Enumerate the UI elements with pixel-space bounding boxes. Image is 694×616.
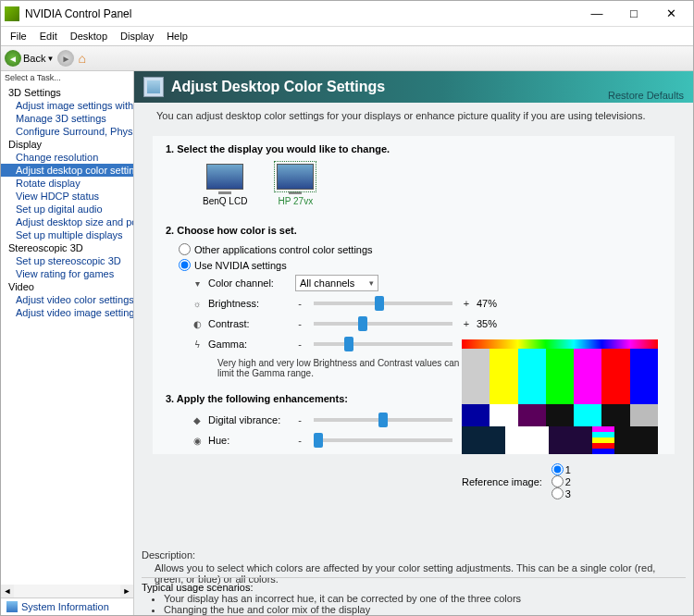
display-option[interactable]: HP 27vx: [277, 164, 314, 206]
step1-heading: 1. Select the display you would like to …: [166, 143, 662, 154]
scenarios-heading: Typical usage scenarios:: [142, 582, 686, 593]
color-slider-0[interactable]: [314, 302, 452, 305]
color-slider-2[interactable]: [314, 342, 452, 346]
nav-item[interactable]: View rating for games: [1, 267, 133, 280]
color-icon: ◐: [192, 319, 203, 329]
enh-slider-1[interactable]: [314, 438, 452, 442]
window-title: NVIDIA Control Panel: [25, 7, 578, 20]
ref-image-radio-3[interactable]: [551, 487, 564, 499]
chevron-down-icon: ▾: [369, 278, 374, 288]
color-slider-1[interactable]: [314, 322, 452, 326]
menu-edit[interactable]: Edit: [34, 29, 63, 43]
nav-item[interactable]: Change resolution: [1, 151, 133, 164]
gamma-note: Very high and very low Brightness and Co…: [192, 354, 469, 382]
scroll-right-button[interactable]: ►: [120, 585, 133, 598]
minimize-button[interactable]: —: [578, 3, 615, 25]
ref-image-radio-1[interactable]: [551, 463, 564, 475]
scroll-left-button[interactable]: ◄: [1, 585, 14, 598]
nav-item[interactable]: Adjust video color settings: [1, 293, 133, 306]
category-video[interactable]: Video: [1, 280, 133, 293]
intro-text: You can adjust desktop color settings fo…: [134, 103, 693, 129]
nav-item[interactable]: Set up stereoscopic 3D: [1, 254, 133, 267]
nav-item[interactable]: Adjust video image settings: [1, 306, 133, 319]
monitor-icon: [277, 164, 314, 190]
back-arrow-icon: ◄: [5, 50, 21, 67]
restore-defaults-link[interactable]: Restore Defaults: [608, 90, 684, 101]
radio-other-apps[interactable]: [179, 243, 191, 255]
enh-slider-0[interactable]: [314, 418, 452, 422]
step2-heading: 2. Choose how color is set.: [166, 225, 662, 236]
nav-item[interactable]: Set up digital audio: [1, 203, 133, 216]
radio-nvidia[interactable]: [179, 259, 191, 271]
nav-item[interactable]: Adjust desktop size and position: [1, 216, 133, 228]
color-channel-dropdown[interactable]: All channels ▾: [295, 275, 378, 291]
home-button[interactable]: ⌂: [78, 51, 85, 66]
nav-item[interactable]: Manage 3D settings: [1, 112, 133, 125]
sysinfo-icon: [6, 601, 18, 612]
page-title: Adjust Desktop Color Settings: [171, 79, 385, 95]
nav-item[interactable]: Rotate display: [1, 177, 133, 190]
enh-icon: ◉: [192, 436, 203, 446]
app-icon: [5, 6, 19, 21]
nav-item[interactable]: Configure Surround, PhysX: [1, 125, 133, 138]
enh-icon: ◆: [192, 415, 203, 425]
scroll-track[interactable]: [14, 585, 120, 598]
color-icon: ☼: [192, 299, 203, 309]
menu-file[interactable]: File: [5, 29, 32, 43]
nav-item[interactable]: Set up multiple displays: [1, 228, 133, 241]
category-display[interactable]: Display: [1, 138, 133, 151]
description-heading: Description:: [142, 548, 686, 561]
menu-help[interactable]: Help: [161, 29, 193, 43]
page-icon: [143, 77, 164, 97]
back-button[interactable]: ◄ Back ▼: [5, 50, 54, 67]
nav-item[interactable]: Adjust desktop color settings: [1, 164, 133, 177]
scenario-item: Changing the hue and color mix of the di…: [164, 604, 686, 615]
reference-image-label: Reference image:: [462, 476, 542, 487]
close-button[interactable]: ✕: [652, 3, 689, 25]
nav-item[interactable]: View HDCP status: [1, 190, 133, 203]
scenario-item: Your display has an incorrect hue, it ca…: [164, 593, 686, 604]
system-information-link[interactable]: System Information: [1, 598, 133, 615]
monitor-icon: [206, 164, 243, 190]
category-stereoscopic-3d[interactable]: Stereoscopic 3D: [1, 241, 133, 254]
category-3d-settings[interactable]: 3D Settings: [1, 86, 133, 99]
display-option[interactable]: BenQ LCD: [203, 164, 247, 206]
menu-display[interactable]: Display: [115, 29, 159, 43]
swatch-icon: ▾: [192, 278, 203, 289]
menu-desktop[interactable]: Desktop: [65, 29, 113, 43]
task-hint: Select a Task...: [1, 71, 133, 84]
ref-image-radio-2[interactable]: [551, 475, 564, 487]
maximize-button[interactable]: □: [615, 3, 652, 25]
forward-button[interactable]: ►: [57, 50, 74, 67]
nav-item[interactable]: Adjust image settings with preview: [1, 99, 133, 112]
color-icon: ϟ: [192, 339, 203, 350]
reference-image-preview: [462, 339, 658, 450]
